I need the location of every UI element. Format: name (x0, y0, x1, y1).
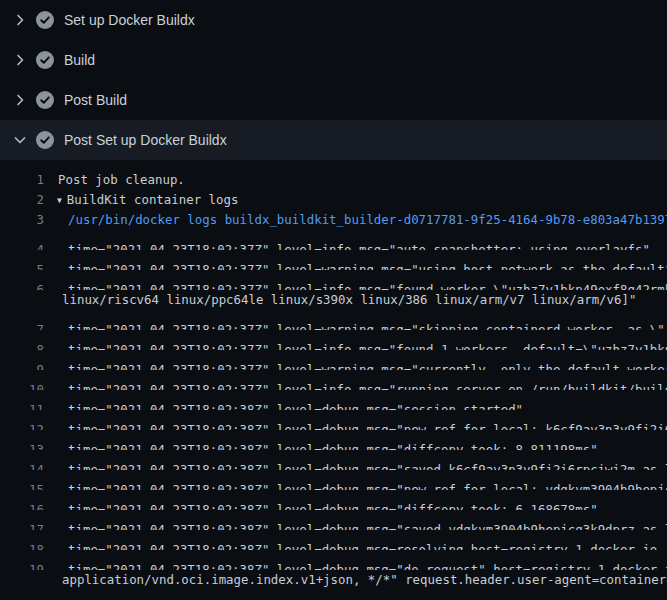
log-line-text: time="2021-04-23T18:02:37Z" level=info m… (44, 242, 650, 250)
log-line-number[interactable]: 1 (0, 170, 44, 190)
log-line: 11time="2021-04-23T18:02:38Z" level=debu… (0, 390, 667, 410)
log-line: 7time="2021-04-23T18:02:37Z" level=warni… (0, 310, 667, 330)
step-label: Post Set up Docker Buildx (64, 132, 227, 148)
log-line-text: time="2021-04-23T18:02:38Z" level=debug … (44, 522, 667, 530)
log-line-number[interactable]: 8 (0, 340, 44, 350)
log-line-text: time="2021-04-23T18:02:37Z" level=warnin… (44, 262, 667, 270)
log-line-text: time="2021-04-23T18:02:37Z" level=info m… (44, 282, 667, 290)
step-row-build[interactable]: Build (0, 40, 667, 80)
log-line: 8time="2021-04-23T18:02:37Z" level=info … (0, 330, 667, 350)
step-row-post-set-up-docker-buildx[interactable]: Post Set up Docker Buildx (0, 120, 667, 160)
check-circle-icon (36, 11, 54, 29)
log-line-number[interactable]: 18 (0, 540, 44, 550)
log-line-number[interactable]: 5 (0, 260, 44, 270)
log-line-text: linux/riscv64 linux/ppc64le linux/s390x … (62, 292, 636, 307)
log-line-number[interactable]: 12 (0, 420, 44, 430)
log-line-text: application/vnd.oci.image.index.v1+json,… (62, 572, 667, 587)
log-line: 19time="2021-04-23T18:02:38Z" level=debu… (0, 550, 667, 570)
triangle-down-icon[interactable]: ▼ (44, 191, 62, 210)
log-line: 20time="2021-04-23T18:02:38Z" level=debu… (0, 590, 667, 600)
step-row-set-up-docker-buildx[interactable]: Set up Docker Buildx (0, 0, 667, 40)
step-label: Set up Docker Buildx (64, 12, 195, 28)
log-line-number[interactable]: 10 (0, 380, 44, 390)
log-line-number[interactable]: 16 (0, 500, 44, 510)
log-line-number[interactable]: 4 (0, 240, 44, 250)
log-line-continuation: linux/riscv64 linux/ppc64le linux/s390x … (0, 290, 667, 310)
log-line-text: time="2021-04-23T18:02:37Z" level=info m… (44, 382, 667, 390)
chevron-right-icon[interactable] (12, 92, 28, 108)
log-line-number[interactable]: 14 (0, 460, 44, 470)
log-line: 17time="2021-04-23T18:02:38Z" level=debu… (0, 510, 667, 530)
log-line-number[interactable]: 7 (0, 320, 44, 330)
log-line: 2▼BuildKit container logs (0, 190, 667, 210)
log-line: 18time="2021-04-23T18:02:38Z" level=debu… (0, 530, 667, 550)
log-panel: 1Post job cleanup.2▼BuildKit container l… (0, 160, 667, 600)
log-line-number[interactable]: 9 (0, 360, 44, 370)
log-group-toggle[interactable]: BuildKit container logs (62, 192, 239, 207)
log-line: 6time="2021-04-23T18:02:37Z" level=info … (0, 270, 667, 290)
log-line-text: time="2021-04-23T18:02:38Z" level=debug … (44, 502, 598, 510)
log-line: 16time="2021-04-23T18:02:38Z" level=debu… (0, 490, 667, 510)
log-line-text: time="2021-04-23T18:02:37Z" level=info m… (44, 342, 667, 350)
log-line: 1Post job cleanup. (0, 170, 667, 190)
step-label: Build (64, 52, 95, 68)
log-line-text: time="2021-04-23T18:02:37Z" level=warnin… (44, 322, 667, 330)
check-circle-icon (36, 51, 54, 69)
chevron-down-icon[interactable] (12, 132, 28, 148)
chevron-right-icon[interactable] (12, 52, 28, 68)
log-line-text: time="2021-04-23T18:02:38Z" level=debug … (44, 482, 667, 490)
log-line-continuation: application/vnd.oci.image.index.v1+json,… (0, 570, 667, 590)
log-line-text: time="2021-04-23T18:02:38Z" level=debug … (44, 422, 667, 430)
log-line-number[interactable]: 19 (0, 560, 44, 570)
log-line-number[interactable]: 3 (0, 210, 44, 230)
log-line-text: time="2021-04-23T18:02:38Z" level=debug … (44, 402, 523, 410)
log-line: 12time="2021-04-23T18:02:38Z" level=debu… (0, 410, 667, 430)
log-line: 4time="2021-04-23T18:02:37Z" level=info … (0, 230, 667, 250)
log-line: 9time="2021-04-23T18:02:37Z" level=warni… (0, 350, 667, 370)
log-line-text: time="2021-04-23T18:02:37Z" level=warnin… (44, 362, 667, 370)
log-line-number[interactable]: 11 (0, 400, 44, 410)
log-line-text: time="2021-04-23T18:02:38Z" level=debug … (44, 542, 657, 550)
steps-list: Set up Docker Buildx Build Post Build Po… (0, 0, 667, 160)
step-row-post-build[interactable]: Post Build (0, 80, 667, 120)
step-label: Post Build (64, 92, 127, 108)
log-line: 5time="2021-04-23T18:02:37Z" level=warni… (0, 250, 667, 270)
log-line: 15time="2021-04-23T18:02:38Z" level=debu… (0, 470, 667, 490)
log-line-text: Post job cleanup. (44, 172, 185, 187)
log-line-text: /usr/bin/docker logs buildx_buildkit_bui… (44, 212, 667, 227)
log-line-number[interactable]: 15 (0, 480, 44, 490)
log-line: 14time="2021-04-23T18:02:38Z" level=debu… (0, 450, 667, 470)
log-line-text: time="2021-04-23T18:02:38Z" level=debug … (44, 562, 667, 570)
check-circle-icon (36, 131, 54, 149)
log-line: 13time="2021-04-23T18:02:38Z" level=debu… (0, 430, 667, 450)
chevron-right-icon[interactable] (12, 12, 28, 28)
log-line: 3/usr/bin/docker logs buildx_buildkit_bu… (0, 210, 667, 230)
log-line-number[interactable]: 17 (0, 520, 44, 530)
log-line-text: time="2021-04-23T18:02:38Z" level=debug … (44, 462, 667, 470)
log-line-number[interactable]: 6 (0, 280, 44, 290)
check-circle-icon (36, 91, 54, 109)
log-line: 10time="2021-04-23T18:02:37Z" level=info… (0, 370, 667, 390)
log-line-text: time="2021-04-23T18:02:38Z" level=debug … (44, 442, 598, 450)
log-line-number[interactable]: 2 (0, 190, 44, 210)
log-line-number[interactable]: 13 (0, 440, 44, 450)
